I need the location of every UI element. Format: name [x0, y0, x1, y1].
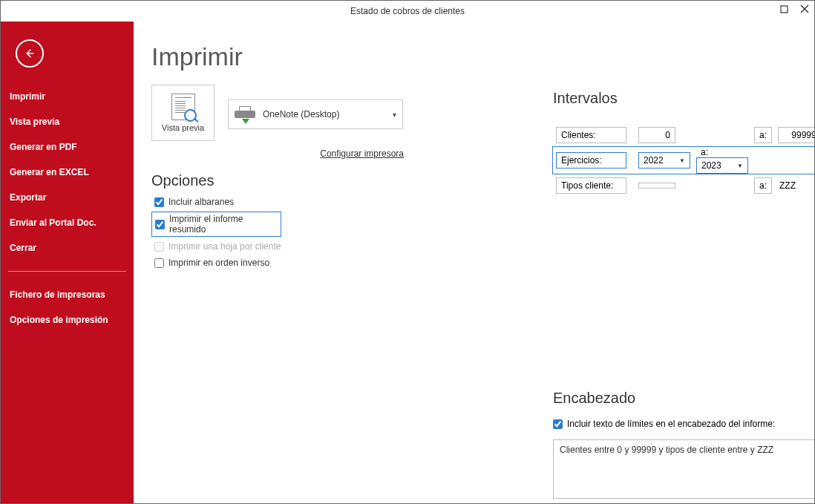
- close-button[interactable]: [799, 4, 810, 14]
- opt-informe-resumido[interactable]: Imprimir el informe resumido: [151, 212, 281, 237]
- row-clientes: Clientes: 0 a: 99999: [553, 127, 815, 143]
- checkbox-informe-resumido[interactable]: [155, 220, 165, 229]
- arrow-left-icon: [23, 47, 36, 60]
- row-tipos-cliente: Tipos cliente: a: ZZZ: [553, 177, 815, 194]
- document-preview-icon: [171, 94, 195, 120]
- clientes-from[interactable]: 0: [638, 127, 675, 143]
- content-area: Imprimir Vista previa OneNote (Desktop) …: [134, 22, 814, 504]
- nav-enviar-portal[interactable]: Enviar al Portal Doc.: [1, 210, 134, 235]
- nav-opciones-impresion[interactable]: Opciones de impresión: [1, 307, 134, 333]
- opt-orden-inverso[interactable]: Imprimir en orden inverso: [151, 256, 793, 269]
- sidebar: Imprimir Vista previa Generar en PDF Gen…: [1, 22, 134, 504]
- row-ejercicios: Ejercicios: 2022▼ a: 2023▼: [553, 147, 815, 174]
- window-title: Estado de cobros de clientes: [350, 6, 465, 16]
- label-clientes: Clientes:: [556, 127, 626, 143]
- nav-cerrar[interactable]: Cerrar: [1, 235, 134, 261]
- tipos-to[interactable]: ZZZ: [778, 178, 800, 193]
- printer-name: OneNote (Desktop): [263, 109, 393, 120]
- opt-hoja-por-cliente: Imprimir una hoja por cliente: [151, 240, 793, 253]
- maximize-button[interactable]: [779, 4, 789, 14]
- a-label-3: a:: [754, 177, 772, 194]
- a-label-1: a:: [754, 127, 772, 143]
- ejercicios-to-dropdown[interactable]: 2023▼: [696, 157, 748, 174]
- checkbox-incluir-albaranes[interactable]: [154, 197, 164, 207]
- checkbox-incluir-texto-limites[interactable]: [553, 419, 563, 429]
- nav-imprimir[interactable]: Imprimir: [1, 84, 134, 109]
- nav-fichero-impresoras[interactable]: Fichero de impresoras: [1, 282, 134, 307]
- tipos-from[interactable]: [638, 183, 675, 189]
- label-ejercicios: Ejercicios:: [556, 152, 626, 168]
- page-heading: Imprimir: [151, 42, 793, 71]
- ejercicios-from-dropdown[interactable]: 2022▼: [638, 152, 690, 168]
- back-button[interactable]: [16, 39, 44, 68]
- svg-rect-0: [781, 6, 788, 13]
- encabezado-textarea[interactable]: Clientes entre 0 y 99999 y tipos de clie…: [553, 439, 815, 499]
- titlebar: Estado de cobros de clientes: [1, 1, 814, 22]
- nav-separator: [8, 271, 126, 272]
- vista-previa-label: Vista previa: [162, 123, 204, 132]
- printer-icon: [235, 106, 255, 122]
- vista-previa-button[interactable]: Vista previa: [151, 85, 215, 141]
- chevron-down-icon: ▼: [679, 157, 685, 164]
- checkbox-hoja-por-cliente: [154, 242, 164, 252]
- configure-printer-link[interactable]: Configurar impresora: [151, 148, 404, 159]
- nav-exportar[interactable]: Exportar: [1, 185, 134, 210]
- checkbox-orden-inverso[interactable]: [154, 258, 164, 268]
- chevron-down-icon: ▼: [737, 163, 743, 169]
- chevron-down-icon: ▾: [393, 111, 396, 119]
- intervals-heading: Intervalos: [553, 90, 796, 107]
- nav-generar-pdf[interactable]: Generar en PDF: [1, 134, 134, 160]
- nav-vista-previa[interactable]: Vista previa: [1, 109, 134, 134]
- encabezado-heading: Encabezado: [553, 390, 796, 407]
- encabezado-checkbox-row[interactable]: Incluir texto de límites en el encabezad…: [553, 419, 796, 429]
- nav-generar-excel[interactable]: Generar en EXCEL: [1, 160, 134, 185]
- clientes-to[interactable]: 99999: [778, 127, 815, 143]
- label-tipos-cliente: Tipos cliente:: [556, 177, 626, 194]
- printer-select[interactable]: OneNote (Desktop) ▾: [228, 99, 403, 129]
- intervals-table: Clientes: 0 a: 99999 Ejercicios: 2022▼ a…: [553, 123, 815, 197]
